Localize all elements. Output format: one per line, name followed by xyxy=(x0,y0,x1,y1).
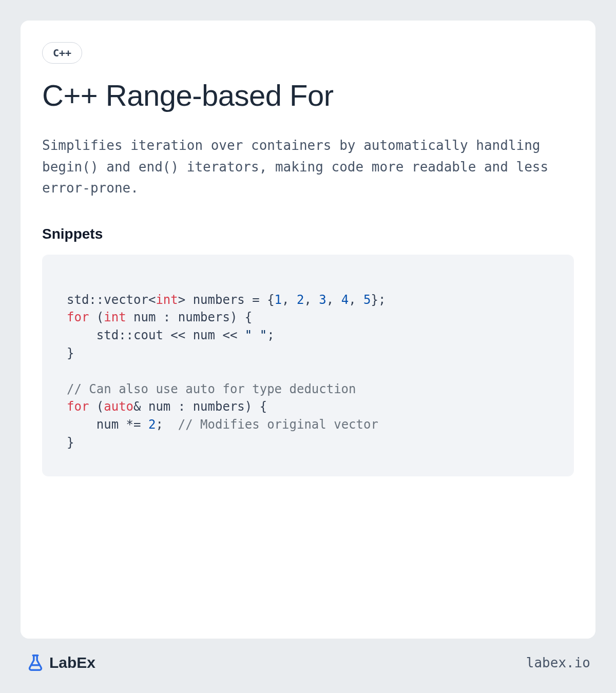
code-text: std::cout << num << xyxy=(67,328,245,342)
code-type: int xyxy=(104,310,126,324)
code-text: & num : numbers) { xyxy=(133,399,267,414)
code-type: auto xyxy=(104,399,133,414)
code-comment: // Can also use auto for type deduction xyxy=(67,382,356,396)
section-title: Snippets xyxy=(42,226,574,242)
code-text: num *= xyxy=(67,417,148,432)
code-text: num : numbers) { xyxy=(126,310,253,324)
site-url: labex.io xyxy=(526,655,590,670)
flask-icon xyxy=(26,653,45,672)
code-string: " " xyxy=(245,328,267,342)
code-text: > numbers = { xyxy=(178,293,275,307)
description-text: Simplifies iteration over containers by … xyxy=(42,135,574,199)
code-number: 4 xyxy=(341,293,349,307)
language-tag: C++ xyxy=(42,42,82,64)
code-number: 2 xyxy=(148,417,156,432)
code-snippet: std::vector<int> numbers = {1, 2, 3, 4, … xyxy=(42,255,574,476)
page-title: C++ Range-based For xyxy=(42,78,574,112)
code-text: std::vector< xyxy=(67,293,156,307)
code-number: 5 xyxy=(363,293,371,307)
code-text: } xyxy=(67,435,74,450)
code-text: ( xyxy=(89,310,104,324)
logo-text: LabEx xyxy=(49,654,95,671)
code-text: }; xyxy=(371,293,386,307)
code-text: ; xyxy=(156,417,178,432)
code-number: 3 xyxy=(319,293,326,307)
code-text: ( xyxy=(89,399,104,414)
code-text: ; xyxy=(267,328,274,342)
code-keyword: for xyxy=(67,310,89,324)
code-keyword: for xyxy=(67,399,89,414)
content-card: C++ C++ Range-based For Simplifies itera… xyxy=(21,21,595,639)
logo: LabEx xyxy=(26,653,95,672)
code-number: 1 xyxy=(275,293,282,307)
code-number: 2 xyxy=(297,293,304,307)
code-comment: // Modifies original vector xyxy=(178,417,378,432)
footer: LabEx labex.io xyxy=(21,639,595,672)
code-type: int xyxy=(156,293,178,307)
code-text: } xyxy=(67,346,74,360)
